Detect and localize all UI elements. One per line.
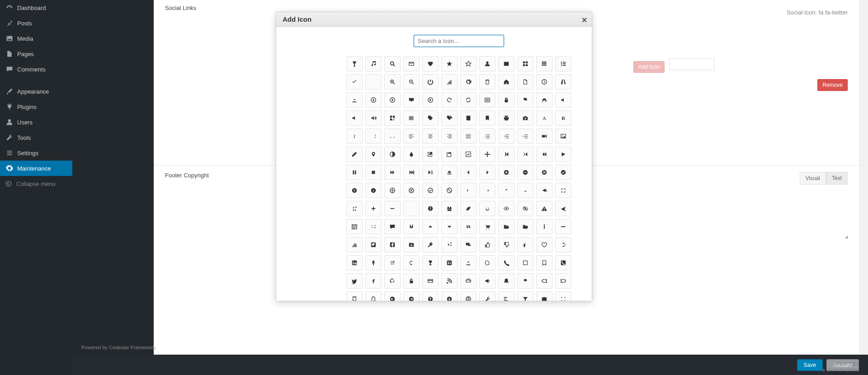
font-icon[interactable]: A (536, 110, 552, 126)
step-backward-icon[interactable] (498, 147, 514, 162)
thumbs-o-up-icon[interactable] (479, 237, 495, 252)
thumb-tack-icon[interactable] (365, 255, 382, 271)
arrow-circle-right-icon[interactable] (403, 291, 420, 301)
plus-circle-icon[interactable] (498, 165, 514, 180)
backward-icon[interactable] (536, 147, 552, 162)
lemon-o-icon[interactable] (479, 255, 495, 271)
random-icon[interactable] (365, 219, 382, 234)
twitter-icon[interactable] (346, 273, 363, 289)
home-icon[interactable] (498, 74, 514, 90)
headphones-icon[interactable] (536, 92, 552, 108)
align-right-icon[interactable] (441, 128, 458, 144)
hand-o-up-icon[interactable] (346, 291, 363, 301)
hand-o-left-icon[interactable] (555, 273, 571, 289)
arrows-icon[interactable] (479, 147, 495, 162)
arrow-down-icon[interactable] (517, 183, 533, 198)
stop-icon[interactable] (365, 165, 382, 180)
barcode-icon[interactable] (403, 110, 420, 126)
volume-up-icon[interactable] (365, 110, 382, 126)
sign-in-icon[interactable] (403, 255, 420, 271)
certificate-icon[interactable] (517, 273, 533, 289)
arrow-circle-o-down-icon[interactable] (365, 92, 382, 108)
minus-icon[interactable] (384, 201, 401, 216)
question-circle-icon[interactable]: ? (346, 183, 363, 198)
hand-o-right-icon[interactable] (536, 273, 552, 289)
search-minus-icon[interactable] (403, 74, 420, 90)
eye-icon[interactable] (498, 201, 514, 216)
arrows-h-icon[interactable] (555, 219, 571, 234)
arrow-up-icon[interactable] (498, 183, 514, 198)
leaf-icon[interactable] (460, 201, 476, 216)
share-square-o-icon[interactable] (441, 147, 458, 162)
th-icon[interactable] (536, 56, 552, 71)
tint-icon[interactable] (403, 147, 420, 162)
film-icon[interactable] (498, 56, 514, 71)
qrcode-icon[interactable] (384, 110, 401, 126)
check-circle-o-icon[interactable] (422, 183, 439, 198)
chevron-down-icon[interactable] (441, 219, 458, 234)
clock-o-icon[interactable] (536, 74, 552, 90)
times-icon[interactable] (365, 74, 382, 90)
expand-icon[interactable] (555, 183, 571, 198)
envelope-o-icon[interactable] (403, 56, 420, 71)
sign-out-icon[interactable] (555, 237, 571, 252)
arrow-left-icon[interactable] (460, 183, 476, 198)
heart-o-icon[interactable] (536, 237, 552, 252)
arrow-circle-left-icon[interactable] (384, 291, 401, 301)
italic-icon[interactable]: I (346, 128, 363, 144)
check-circle-icon[interactable] (555, 165, 571, 180)
comments-icon[interactable] (460, 237, 476, 252)
unlock-icon[interactable] (403, 273, 420, 289)
exclamation-triangle-icon[interactable] (536, 201, 552, 216)
bullhorn-icon[interactable] (479, 273, 495, 289)
trash-o-icon[interactable] (479, 74, 495, 90)
times-circle-icon[interactable] (536, 165, 552, 180)
pencil-icon[interactable] (346, 147, 363, 162)
facebook-square-icon[interactable] (384, 237, 401, 252)
trophy-icon[interactable] (422, 255, 439, 271)
arrows-v-icon[interactable] (536, 219, 552, 234)
thumbs-o-down-icon[interactable] (498, 237, 514, 252)
icon-search-input[interactable] (414, 35, 504, 47)
arrow-circle-o-up-icon[interactable] (384, 92, 401, 108)
star-icon[interactable] (441, 56, 458, 71)
facebook-icon[interactable] (365, 273, 382, 289)
shopping-cart-icon[interactable] (479, 219, 495, 234)
text-height-icon[interactable] (365, 128, 382, 144)
chevron-left-icon[interactable] (460, 165, 476, 180)
align-left-icon[interactable] (403, 128, 420, 144)
print-icon[interactable] (498, 110, 514, 126)
play-circle-o-icon[interactable] (422, 92, 439, 108)
heart-icon[interactable] (422, 56, 439, 71)
th-list-icon[interactable] (555, 56, 571, 71)
refresh-icon[interactable] (460, 92, 476, 108)
compress-icon[interactable] (346, 201, 363, 216)
calendar-icon[interactable] (346, 219, 363, 234)
phone-square-icon[interactable] (555, 255, 571, 271)
key-icon[interactable] (422, 237, 439, 252)
indent-icon[interactable] (517, 128, 533, 144)
minus-circle-icon[interactable] (517, 165, 533, 180)
magnet-icon[interactable] (403, 219, 420, 234)
folder-icon[interactable] (498, 219, 514, 234)
arrow-right-icon[interactable] (479, 183, 495, 198)
plane-icon[interactable] (555, 201, 571, 216)
chevron-up-icon[interactable] (422, 219, 439, 234)
flag-icon[interactable] (517, 92, 533, 108)
outdent-icon[interactable] (498, 128, 514, 144)
lock-icon[interactable] (498, 92, 514, 108)
repeat-icon[interactable] (441, 92, 458, 108)
pause-icon[interactable] (346, 165, 363, 180)
hand-o-down-icon[interactable] (365, 291, 382, 301)
briefcase-icon[interactable] (536, 291, 552, 301)
filter-icon[interactable] (517, 291, 533, 301)
github-square-icon[interactable] (441, 255, 458, 271)
star-half-icon[interactable] (517, 237, 533, 252)
check-icon[interactable] (346, 74, 363, 90)
map-marker-icon[interactable] (365, 147, 382, 162)
check-square-o-icon[interactable] (460, 147, 476, 162)
comment-icon[interactable] (384, 219, 401, 234)
bookmark-icon[interactable] (479, 110, 495, 126)
star-o-icon[interactable] (460, 56, 476, 71)
gift-icon[interactable] (441, 201, 458, 216)
